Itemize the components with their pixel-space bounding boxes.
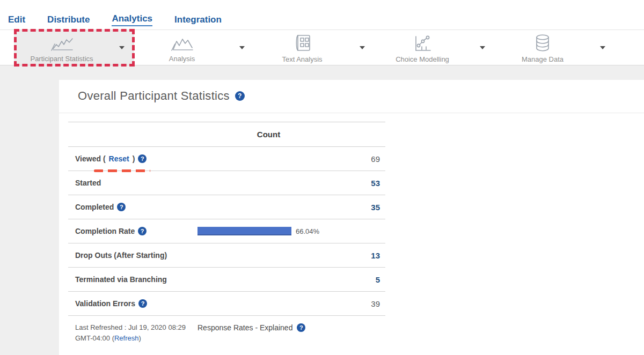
table-row-completion-rate: Completion Rate ? 66.04% bbox=[68, 219, 385, 243]
viewed-help-icon[interactable]: ? bbox=[138, 154, 147, 163]
manage-data-dropdown-caret[interactable] bbox=[590, 30, 615, 65]
toolbar-item-manage-data[interactable]: Manage Data bbox=[495, 32, 590, 63]
toolbar-item-label: Choice Modelling bbox=[396, 55, 449, 63]
completion-rate-help-icon[interactable]: ? bbox=[138, 227, 147, 235]
table-row-started: Started 53 bbox=[68, 171, 385, 195]
toolbar-group-manage-data: Manage Data bbox=[495, 30, 615, 65]
text-analysis-dropdown-caret[interactable] bbox=[350, 30, 375, 65]
last-refreshed-line2-prefix: GMT-04:00 ( bbox=[75, 334, 114, 342]
peaks-chart-icon bbox=[170, 34, 194, 54]
toolbar-group-text-analysis: Text Analysis bbox=[254, 30, 375, 65]
row-label: Viewed ( bbox=[75, 154, 106, 163]
reset-link[interactable]: Reset bbox=[109, 154, 129, 163]
table-row-completed: Completed ? 35 bbox=[68, 195, 385, 219]
chevron-down-icon bbox=[360, 46, 365, 49]
last-refreshed-line2-suffix: ) bbox=[139, 334, 141, 342]
toolbar-item-participant-statistics[interactable]: Participant Statistics bbox=[14, 33, 109, 63]
toolbar-group-analysis: Analysis bbox=[134, 30, 254, 65]
completion-rate-progress-bar bbox=[197, 227, 291, 235]
row-label: Validation Errors bbox=[75, 299, 135, 308]
row-label-suffix: ) bbox=[133, 154, 135, 163]
panel-title-block: Overall Participant Statistics ? bbox=[59, 80, 644, 113]
table-header-row: Count bbox=[68, 122, 385, 147]
participant-statistics-dropdown-caret[interactable] bbox=[109, 30, 134, 65]
last-refreshed-text: Last Refreshed : Jul 19, 2020 08:29 GMT-… bbox=[75, 322, 197, 344]
line-chart-icon bbox=[49, 34, 74, 54]
completion-rate-percent-label: 66.04% bbox=[296, 227, 319, 235]
toolbar-item-choice-modelling[interactable]: Choice Modelling bbox=[375, 32, 470, 63]
participant-statistics-table: Count Viewed ( Reset ) ? 69 Started 53 bbox=[68, 122, 385, 344]
table-row-terminated: Terminated via Branching 5 bbox=[68, 268, 385, 292]
row-label: Completion Rate bbox=[75, 227, 135, 235]
validation-errors-help-icon[interactable]: ? bbox=[138, 299, 147, 308]
row-value: 69 bbox=[340, 154, 385, 164]
analytics-toolbar: Participant Statistics Analysis bbox=[0, 29, 644, 65]
text-analysis-icon bbox=[290, 34, 314, 54]
row-value: 39 bbox=[340, 299, 385, 308]
table-row-drop-outs: Drop Outs (After Starting) 13 bbox=[68, 243, 385, 268]
table-row-viewed: Viewed ( Reset ) ? 69 bbox=[68, 147, 385, 171]
table-footer: Last Refreshed : Jul 19, 2020 08:29 GMT-… bbox=[68, 316, 385, 344]
toolbar-group-participant-statistics: Participant Statistics bbox=[14, 30, 134, 65]
row-value: 5 bbox=[340, 275, 385, 284]
table-row-validation-errors: Validation Errors ? 39 bbox=[68, 292, 385, 316]
page-title: Overall Participant Statistics ? bbox=[78, 89, 245, 103]
chevron-down-icon bbox=[480, 46, 485, 49]
row-value: 35 bbox=[340, 203, 385, 212]
row-value: 53 bbox=[340, 179, 385, 188]
refresh-link[interactable]: Refresh bbox=[114, 334, 139, 342]
response-rates-label: Response Rates - Explained bbox=[197, 323, 292, 332]
count-column-header: Count bbox=[197, 130, 340, 139]
participant-statistics-panel: Overall Participant Statistics ? Count V… bbox=[59, 80, 644, 355]
response-rates-explained: Response Rates - Explained ? bbox=[197, 322, 305, 332]
last-refreshed-line1: Last Refreshed : Jul 19, 2020 08:29 bbox=[75, 323, 186, 331]
row-label: Completed bbox=[75, 203, 114, 211]
chevron-down-icon bbox=[119, 46, 125, 49]
nav-item-distribute[interactable]: Distribute bbox=[47, 14, 90, 26]
title-help-icon[interactable]: ? bbox=[235, 91, 245, 101]
row-value: 13 bbox=[340, 251, 385, 260]
database-icon bbox=[530, 34, 555, 54]
toolbar-group-choice-modelling: Choice Modelling bbox=[375, 30, 495, 65]
row-label: Terminated via Branching bbox=[75, 275, 167, 284]
row-label: Started bbox=[75, 179, 101, 187]
toolbar-item-analysis[interactable]: Analysis bbox=[134, 33, 230, 63]
nav-item-analytics[interactable]: Analytics bbox=[112, 13, 152, 26]
toolbar-item-label: Analysis bbox=[169, 55, 195, 63]
completed-help-icon[interactable]: ? bbox=[117, 203, 126, 211]
row-label: Drop Outs (After Starting) bbox=[75, 251, 167, 260]
toolbar-item-text-analysis[interactable]: Text Analysis bbox=[254, 32, 350, 63]
toolbar-item-label: Manage Data bbox=[522, 55, 564, 63]
analysis-dropdown-caret[interactable] bbox=[230, 30, 254, 65]
choice-modelling-dropdown-caret[interactable] bbox=[470, 30, 495, 65]
page-title-text: Overall Participant Statistics bbox=[78, 89, 230, 103]
toolbar-item-label: Participant Statistics bbox=[30, 55, 93, 63]
response-rates-help-icon[interactable]: ? bbox=[297, 323, 305, 332]
toolbar-item-label: Text Analysis bbox=[282, 55, 322, 63]
chevron-down-icon bbox=[600, 46, 605, 49]
chevron-down-icon bbox=[239, 46, 245, 49]
choice-modelling-icon bbox=[410, 34, 435, 54]
nav-item-integration[interactable]: Integration bbox=[174, 14, 222, 26]
nav-item-edit[interactable]: Edit bbox=[8, 14, 25, 26]
top-nav: Edit Distribute Analytics Integration bbox=[0, 0, 644, 29]
